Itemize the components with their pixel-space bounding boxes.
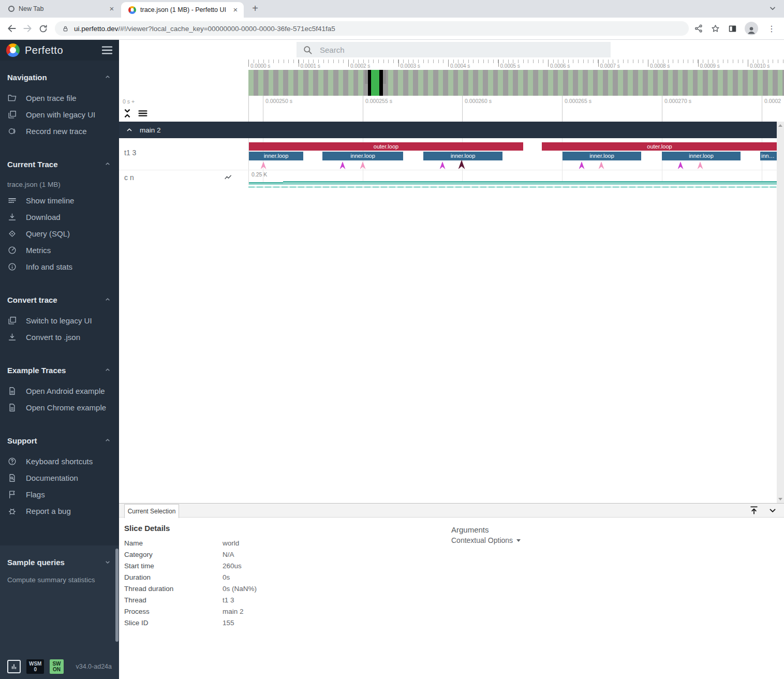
tab-new-tab[interactable]: New Tab ×	[0, 0, 121, 18]
sidebar-item-open-chrome-example[interactable]: Open Chrome example	[0, 399, 119, 416]
help-icon	[7, 456, 18, 466]
sidebar-item-open-with-legacy-ui[interactable]: Open with legacy UI	[0, 106, 119, 123]
scroll-up-icon[interactable]	[778, 124, 782, 127]
sidebar-item-query-sql-[interactable]: Query (SQL)	[0, 225, 119, 242]
sidebar-item-flags[interactable]: Flags	[0, 486, 119, 503]
sidebar-item-info-and-stats[interactable]: Info and stats	[0, 258, 119, 275]
viewport-green[interactable]	[371, 70, 379, 96]
slice-inner-loop[interactable]: inner.loop	[760, 152, 777, 160]
chevron-up-icon	[103, 73, 112, 81]
sidebar-item-download[interactable]: Download	[0, 209, 119, 225]
sidebar-item-record-new-trace[interactable]: Record new trace	[0, 123, 119, 139]
expand-panel-icon[interactable]	[749, 505, 759, 515]
detail-row: Slice ID155	[124, 617, 784, 628]
instant-marker-pink[interactable]	[698, 161, 703, 169]
sidebar-section-convert-trace: Convert traceSwitch to legacy UIConvert …	[0, 294, 119, 345]
instant-marker-magenta[interactable]	[678, 161, 684, 169]
collapse-panel-chevron-icon[interactable]	[767, 505, 778, 515]
slice-outer-loop[interactable]: outer.loop	[542, 142, 777, 151]
sidebar-section-current-trace: Current Tracetrace.json (1 MB)Show timel…	[0, 159, 119, 275]
instant-marker-magenta[interactable]	[440, 161, 446, 169]
ruler-major-tick: 0.0006 s	[548, 60, 549, 67]
time-gridline	[762, 96, 762, 122]
section-header[interactable]: Current Trace	[0, 159, 119, 169]
tab-close-icon[interactable]: ×	[108, 5, 116, 13]
instant-marker-pink[interactable]	[599, 161, 604, 169]
tab-close-icon[interactable]: ×	[231, 6, 240, 14]
perfetto-topbar: Search	[119, 40, 784, 60]
stats-chart-icon[interactable]	[7, 660, 21, 673]
sidebar-item-label: Download	[26, 213, 61, 222]
reload-button[interactable]	[35, 21, 51, 36]
tab-perfetto[interactable]: trace.json (1 MB) - Perfetto UI ×	[121, 2, 244, 18]
viewport-black_right[interactable]	[379, 70, 383, 96]
sidebar-item-convert-to-json[interactable]: Convert to .json	[0, 329, 119, 345]
detail-row: Duration0s	[124, 571, 784, 583]
search-input[interactable]: Search	[297, 42, 611, 57]
slice-track-canvas[interactable]: outer.loopouter.loopinner.loopinner.loop…	[248, 138, 777, 170]
section-header[interactable]: Convert trace	[0, 294, 119, 305]
contextual-options-button[interactable]: Contextual Options	[451, 535, 521, 545]
detail-value: main 2	[223, 608, 244, 615]
sidebar-item-report-a-bug[interactable]: Report a bug	[0, 503, 119, 519]
tab-title: trace.json (1 MB) - Perfetto UI	[140, 6, 227, 13]
instant-marker-pink[interactable]	[261, 161, 267, 169]
menu-kebab-icon[interactable]: ⋮	[765, 24, 778, 34]
slice-inner-loop[interactable]: inner.loop	[423, 152, 502, 160]
section-header[interactable]: Support	[0, 435, 119, 446]
track-sort-icon[interactable]	[137, 107, 149, 120]
slice-outer-loop[interactable]: outer.loop	[249, 142, 523, 151]
hamburger-menu-icon[interactable]	[101, 46, 113, 55]
share-icon[interactable]	[694, 24, 703, 33]
forward-button[interactable]	[20, 21, 35, 36]
track-shell-cn[interactable]: c n	[119, 170, 248, 185]
chevron-up-icon	[125, 126, 134, 134]
detail-value: t1 3	[223, 596, 234, 604]
instant-marker-magenta[interactable]	[579, 161, 585, 169]
sidebar-item-open-android-example[interactable]: Open Android example	[0, 382, 119, 399]
tab-current-selection[interactable]: Current Selection	[124, 504, 179, 518]
scroll-down-icon[interactable]	[778, 498, 782, 500]
detail-value: 155	[223, 619, 234, 627]
profile-avatar[interactable]	[745, 22, 758, 35]
section-header[interactable]: Example Traces	[0, 365, 119, 375]
slice-inner-loop[interactable]: inner.loop	[563, 152, 641, 160]
side-panel-icon[interactable]	[728, 24, 737, 34]
instant-marker-dark[interactable]	[458, 160, 465, 169]
slice-inner-loop[interactable]: inner.loop	[662, 152, 741, 160]
detail-label: Category	[124, 551, 223, 558]
process-group-header-main2[interactable]: main 2	[119, 122, 777, 138]
search-icon	[303, 45, 313, 55]
sidebar-scrollbar[interactable]	[115, 549, 119, 642]
timeline-vertical-scrollbar[interactable]	[777, 122, 784, 503]
doc-search-icon	[7, 473, 18, 483]
new-tab-button[interactable]: +	[248, 2, 262, 16]
collapse-tracks-icon[interactable]	[122, 107, 133, 120]
sample-query-item[interactable]: Compute summary statistics	[0, 574, 119, 585]
track-shell-t13[interactable]: t1 3	[119, 138, 248, 170]
sidebar-item-metrics[interactable]: Metrics	[0, 242, 119, 258]
section-header-sample-queries[interactable]: Sample queries	[0, 545, 119, 567]
sidebar-item-open-trace-file[interactable]: Open trace file	[0, 90, 119, 106]
perfetto-favicon-icon	[128, 6, 136, 14]
sidebar-status-row: WSM0 SWON v34.0-ad24a	[0, 659, 119, 674]
tab-list-chevron-icon[interactable]	[768, 4, 777, 12]
instant-marker-magenta[interactable]	[340, 161, 346, 169]
slice-inner-loop[interactable]: inner.loop	[249, 152, 303, 160]
address-bar[interactable]: ui.perfetto.dev/#!/viewer?local_cache_ke…	[55, 21, 689, 36]
sidebar-item-show-timeline[interactable]: Show timeline	[0, 192, 119, 209]
slice-track-t13: t1 3 outer.loopouter.loopinner.loopinner…	[119, 138, 777, 170]
timeline-icon	[7, 195, 18, 205]
back-button[interactable]	[4, 21, 20, 36]
bookmark-star-icon[interactable]	[711, 24, 720, 34]
sidebar-item-keyboard-shortcuts[interactable]: Keyboard shortcuts	[0, 453, 119, 469]
counter-track-canvas[interactable]: 0.25 K	[248, 170, 777, 185]
viewport-handle[interactable]	[383, 70, 386, 84]
sidebar-item-documentation[interactable]: Documentation	[0, 469, 119, 486]
sidebar-item-switch-to-legacy-ui[interactable]: Switch to legacy UI	[0, 312, 119, 329]
slice-inner-loop[interactable]: inner.loop	[322, 152, 403, 160]
section-title: Convert trace	[7, 296, 103, 304]
overview-minimap[interactable]	[119, 70, 784, 96]
section-title: Support	[7, 436, 103, 445]
section-header[interactable]: Navigation	[0, 72, 119, 82]
